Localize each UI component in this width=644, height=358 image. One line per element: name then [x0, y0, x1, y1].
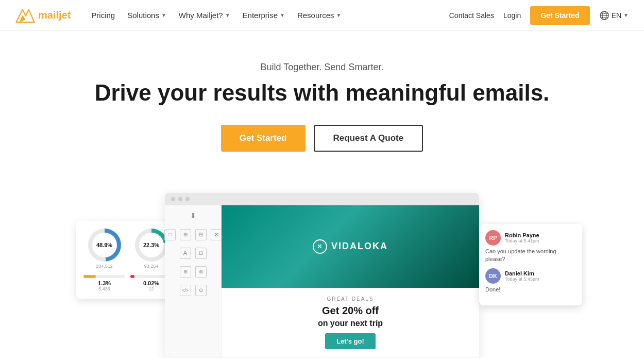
sidebar-block-icon[interactable]: ⊕	[180, 266, 191, 278]
contact-sales-link[interactable]: Contact Sales	[449, 11, 494, 20]
nav-left: mailjet Pricing Solutions ▼ Why Mailjet?…	[15, 7, 347, 24]
vidaloka-logo: ✕ VIDALOKA	[313, 239, 388, 254]
chat-time-2: Today at 5:43pm	[505, 276, 539, 282]
browser-dot-1	[171, 197, 175, 201]
sidebar-row-2: A ⊡	[180, 248, 207, 259]
hero-get-started-button[interactable]: Get Started	[221, 125, 306, 152]
nav-solutions[interactable]: Solutions ▼	[122, 8, 172, 23]
email-body: GREAT DEALS Get 20% off on your next tri…	[222, 288, 479, 357]
nav-links: Pricing Solutions ▼ Why Mailjet? ▼ Enter…	[86, 8, 346, 23]
open-num: 204,512	[83, 264, 125, 269]
language-selector[interactable]: EN ▼	[599, 10, 629, 21]
lang-arrow: ▼	[623, 12, 629, 18]
chat-message-2: DK Daniel Kim Today at 5:43pm Done!	[485, 268, 576, 294]
browser-dot-2	[178, 197, 182, 201]
sidebar-grid-icon[interactable]: ⊟	[195, 229, 207, 240]
sidebar-row-3: ⊕ ⊗	[180, 266, 207, 278]
browser-content: ⬇ □ ⊞ ⊟ ⊠ A ⊡ ⊕ ⊗ </> ⊙	[165, 205, 479, 357]
hero-section: Build Together. Send Smarter. Drive your…	[0, 31, 644, 193]
hero-subtitle: Build Together. Send Smarter.	[10, 62, 634, 73]
sidebar-columns-icon[interactable]: ⊞	[180, 229, 191, 240]
email-preview: ✕ VIDALOKA GREAT DEALS Get 20% off on yo…	[222, 205, 479, 357]
email-deal-sub: on your next trip	[230, 319, 471, 328]
stat-open-rate: 48.9% 204,512	[83, 229, 125, 269]
stats-top-row: 48.9% 204,512 22.3% 93,264	[83, 229, 172, 269]
stat-unsub: 1.3% 5,436	[83, 275, 125, 291]
chat-text-2: Done!	[485, 286, 576, 294]
hero-title: Drive your results with meaningful email…	[10, 80, 634, 106]
vidaloka-brand: VIDALOKA	[331, 241, 388, 252]
chat-card: RP Robin Payne Today at 5:41pm Can you u…	[479, 224, 582, 305]
chat-message-1: RP Robin Payne Today at 5:41pm Can you u…	[485, 230, 576, 264]
resources-arrow: ▼	[336, 12, 342, 18]
chat-name-2: Daniel Kim	[505, 270, 539, 276]
unsub-num: 5,436	[83, 286, 125, 291]
sidebar-row-1: □ ⊞ ⊟ ⊠	[164, 229, 222, 240]
unsub-pct: 1.3%	[83, 280, 125, 286]
email-deal-label: GREAT DEALS	[230, 296, 471, 302]
svg-marker-1	[20, 15, 26, 22]
sidebar-image-icon[interactable]: ⊡	[195, 248, 207, 259]
nav-enterprise[interactable]: Enterprise ▼	[238, 8, 290, 23]
sidebar-box-icon[interactable]: □	[164, 229, 176, 240]
logo[interactable]: mailjet	[15, 7, 71, 24]
hero-request-quote-button[interactable]: Request A Quote	[314, 125, 423, 152]
email-cta-button[interactable]: Let's go!	[325, 333, 376, 349]
sidebar-device-icon[interactable]: ⊗	[195, 266, 207, 278]
sidebar-code-icon[interactable]: </>	[180, 285, 191, 296]
lang-label: EN	[612, 11, 621, 20]
sidebar-text-icon[interactable]: A	[180, 248, 191, 259]
logo-text: mailjet	[38, 9, 71, 21]
enterprise-arrow: ▼	[280, 12, 285, 18]
chat-avatar-rp: RP	[485, 230, 501, 246]
chat-avatar-dk: DK	[485, 268, 501, 284]
sidebar-eye-icon[interactable]: ⊙	[195, 285, 207, 296]
solutions-arrow: ▼	[161, 12, 166, 18]
chat-text-1: Can you update the wording please?	[485, 248, 576, 264]
browser-dot-3	[185, 197, 190, 201]
click-pct: 22.3%	[143, 242, 159, 248]
sidebar-arrow-icon: ⬇	[190, 211, 196, 220]
editor-sidebar: ⬇ □ ⊞ ⊟ ⊠ A ⊡ ⊕ ⊗ </> ⊙	[165, 205, 222, 357]
chat-name-1: Robin Payne	[505, 232, 539, 238]
email-deal-title: Get 20% off	[230, 305, 471, 317]
hero-buttons: Get Started Request A Quote	[10, 125, 634, 152]
chat-header-2: DK Daniel Kim Today at 5:43pm	[485, 268, 576, 284]
chat-time-1: Today at 5:41pm	[505, 238, 539, 243]
chat-header-1: RP Robin Payne Today at 5:41pm	[485, 230, 576, 246]
navbar: mailjet Pricing Solutions ▼ Why Mailjet?…	[0, 0, 644, 31]
why-arrow: ▼	[225, 12, 230, 18]
sidebar-row-4: </> ⊙	[180, 285, 207, 296]
nav-pricing[interactable]: Pricing	[86, 8, 120, 23]
demo-area: 48.9% 204,512 22.3% 93,264 1.3% 5,4	[0, 193, 644, 358]
browser-bar	[165, 193, 479, 205]
login-link[interactable]: Login	[503, 11, 521, 20]
email-hero-image: ✕ VIDALOKA	[222, 205, 479, 288]
nav-right: Contact Sales Login Get Started EN ▼	[449, 6, 629, 25]
nav-get-started-button[interactable]: Get Started	[530, 6, 589, 25]
browser-mockup: ⬇ □ ⊞ ⊟ ⊠ A ⊡ ⊕ ⊗ </> ⊙	[165, 193, 479, 357]
nav-why-mailjet[interactable]: Why Mailjet? ▼	[174, 8, 235, 23]
svg-marker-0	[16, 9, 35, 22]
sidebar-table-icon[interactable]: ⊠	[211, 229, 222, 240]
stats-bottom-row: 1.3% 5,436 0.02% 12	[83, 275, 172, 291]
nav-resources[interactable]: Resources ▼	[292, 8, 347, 23]
open-pct: 48.9%	[96, 242, 112, 248]
vidaloka-icon: ✕	[313, 239, 327, 254]
globe-icon	[599, 10, 609, 21]
